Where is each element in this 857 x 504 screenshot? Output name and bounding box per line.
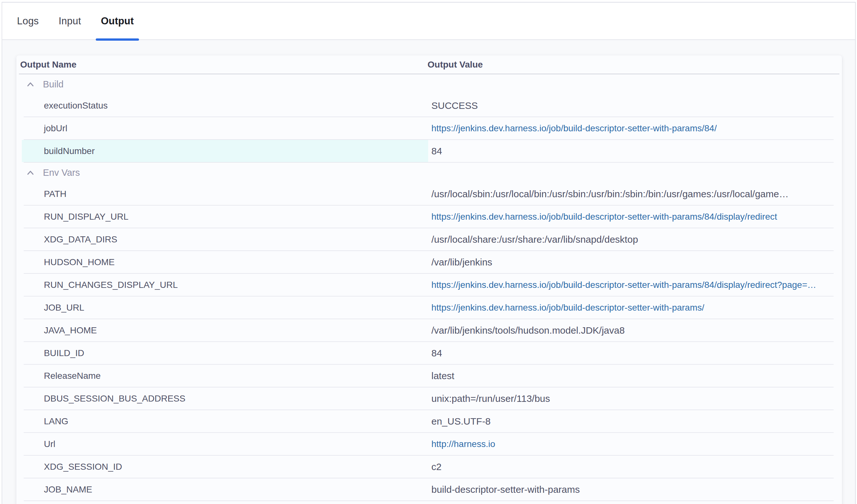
output-name-cell[interactable]: XDG_SESSION_ID [22, 456, 428, 478]
table-row: JOB_NAME build-descriptor-setter-with-pa… [16, 478, 842, 501]
value-link[interactable]: https://jenkins.dev.harness.io/job/build… [431, 303, 704, 313]
table-row: XDG_DATA_DIRS /usr/local/share:/usr/shar… [16, 228, 842, 250]
output-value-cell: http://harness.io [428, 433, 842, 455]
value-link[interactable]: https://jenkins.dev.harness.io/job/build… [431, 212, 777, 222]
group-label: Build [43, 79, 64, 90]
value-text: unix:path=/run/user/113/bus [431, 393, 550, 404]
table-row: executionStatus SUCCESS [16, 95, 842, 117]
tab-output-label: Output [101, 15, 134, 27]
output-name-cell[interactable]: DBUS_SESSION_BUS_ADDRESS [22, 387, 428, 409]
table-header-row: Output Name Output Value [16, 55, 842, 74]
table-row: JOB_URL https://jenkins.dev.harness.io/j… [16, 297, 842, 319]
table-body: Build executionStatus SUCCESS jobUrl htt… [16, 74, 842, 501]
output-name-cell[interactable]: BUILD_ID [22, 342, 428, 364]
value-text: /usr/local/share:/usr/share:/var/lib/sna… [431, 234, 638, 245]
output-name-cell[interactable]: buildNumber [22, 140, 428, 162]
value-text: 84 [431, 146, 442, 156]
table-row: JAVA_HOME /var/lib/jenkins/tools/hudson.… [16, 319, 842, 341]
output-name-cell[interactable]: JOB_NAME [22, 478, 428, 501]
output-value-cell: SUCCESS [428, 95, 842, 117]
output-value-cell: /var/lib/jenkins [428, 251, 842, 273]
value-text: /usr/local/sbin:/usr/local/bin:/usr/sbin… [431, 189, 788, 200]
output-name-cell[interactable]: Url [22, 433, 428, 455]
active-tab-underline [96, 38, 139, 41]
output-table-card: Output Name Output Value Build execution… [16, 55, 842, 504]
output-value-cell: latest [428, 365, 842, 387]
output-value-cell: unix:path=/run/user/113/bus [428, 387, 842, 409]
value-link[interactable]: https://jenkins.dev.harness.io/job/build… [431, 123, 717, 134]
group-header-build[interactable]: Build [16, 74, 842, 95]
column-header-output-name: Output Name [16, 60, 427, 70]
output-value-cell: /usr/local/share:/usr/share:/var/lib/sna… [428, 228, 842, 250]
tab-input-label: Input [58, 15, 81, 27]
chevron-up-icon[interactable] [26, 168, 35, 178]
value-text: c2 [431, 461, 442, 472]
output-name-cell[interactable]: ReleaseName [22, 365, 428, 387]
value-text: SUCCESS [431, 100, 478, 111]
output-value-cell: /usr/local/sbin:/usr/local/bin:/usr/sbin… [428, 183, 842, 205]
tab-input[interactable]: Input [58, 3, 81, 39]
output-name-cell[interactable]: RUN_CHANGES_DISPLAY_URL [22, 274, 428, 296]
value-text: /var/lib/jenkins/tools/hudson.model.JDK/… [431, 325, 625, 336]
table-row: DBUS_SESSION_BUS_ADDRESS unix:path=/run/… [16, 387, 842, 409]
chevron-up-icon[interactable] [26, 80, 35, 89]
value-text: /var/lib/jenkins [431, 257, 492, 268]
tab-logs-label: Logs [17, 15, 39, 27]
value-link[interactable]: https://jenkins.dev.harness.io/job/build… [431, 280, 816, 290]
output-name-cell[interactable]: JAVA_HOME [22, 319, 428, 341]
output-value-cell: 84 [428, 140, 842, 162]
output-tab-content: Output Name Output Value Build execution… [2, 40, 855, 504]
output-value-cell: https://jenkins.dev.harness.io/job/build… [428, 205, 842, 228]
table-row: buildNumber 84 [16, 140, 842, 162]
output-name-cell[interactable]: PATH [22, 183, 428, 205]
output-value-cell: https://jenkins.dev.harness.io/job/build… [428, 117, 842, 139]
row-divider [24, 501, 834, 501]
tab-logs[interactable]: Logs [17, 3, 39, 39]
output-value-cell: c2 [428, 456, 842, 478]
output-name-cell[interactable]: RUN_DISPLAY_URL [22, 205, 428, 228]
tab-output[interactable]: Output [101, 3, 134, 39]
table-row: BUILD_ID 84 [16, 342, 842, 364]
table-row: PATH /usr/local/sbin:/usr/local/bin:/usr… [16, 183, 842, 205]
output-name-cell[interactable]: JOB_URL [22, 297, 428, 319]
output-value-cell: build-descriptor-setter-with-params [428, 478, 842, 501]
table-row: Url http://harness.io [16, 433, 842, 455]
output-name-cell[interactable]: XDG_DATA_DIRS [22, 228, 428, 250]
value-text: en_US.UTF-8 [431, 416, 491, 427]
output-name-cell[interactable]: HUDSON_HOME [22, 251, 428, 273]
step-details-panel: Logs Input Output Output Name Output Val… [2, 2, 856, 504]
table-row: jobUrl https://jenkins.dev.harness.io/jo… [16, 117, 842, 139]
group-header-env-vars[interactable]: Env Vars [16, 163, 842, 183]
output-value-cell: https://jenkins.dev.harness.io/job/build… [428, 274, 842, 296]
table-row: LANG en_US.UTF-8 [16, 410, 842, 432]
output-name-cell[interactable]: jobUrl [22, 117, 428, 139]
table-row: HUDSON_HOME /var/lib/jenkins [16, 251, 842, 273]
table-row: ReleaseName latest [16, 365, 842, 387]
tabbar: Logs Input Output [2, 3, 855, 40]
group-label: Env Vars [43, 167, 80, 178]
output-value-cell: https://jenkins.dev.harness.io/job/build… [428, 297, 842, 319]
output-name-cell[interactable]: LANG [22, 410, 428, 432]
value-link[interactable]: http://harness.io [431, 439, 495, 449]
output-value-cell: /var/lib/jenkins/tools/hudson.model.JDK/… [428, 319, 842, 341]
output-name-cell[interactable]: executionStatus [22, 95, 428, 117]
table-row: XDG_SESSION_ID c2 [16, 456, 842, 478]
value-text: 84 [431, 348, 442, 359]
table-row: RUN_DISPLAY_URL https://jenkins.dev.harn… [16, 205, 842, 228]
table-row: RUN_CHANGES_DISPLAY_URL https://jenkins.… [16, 274, 842, 296]
output-value-cell: en_US.UTF-8 [428, 410, 842, 432]
value-text: latest [431, 370, 454, 381]
column-header-output-value: Output Value [427, 60, 842, 70]
output-value-cell: 84 [428, 342, 842, 364]
value-text: build-descriptor-setter-with-params [431, 484, 579, 495]
